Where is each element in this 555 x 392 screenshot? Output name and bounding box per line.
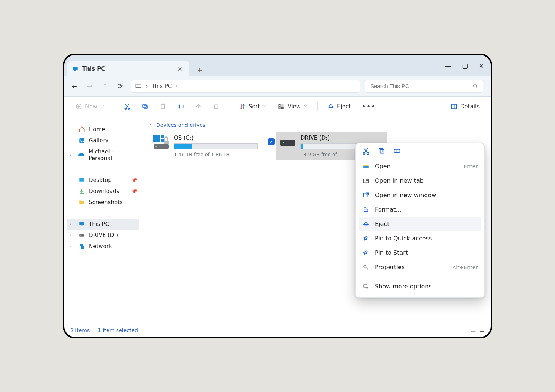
- home-icon: [78, 126, 85, 133]
- delete-button[interactable]: [210, 101, 222, 112]
- desktop-icon: [78, 177, 85, 183]
- svg-rect-24: [79, 234, 84, 237]
- eject-button[interactable]: Eject: [324, 101, 354, 112]
- storage-fill: [301, 144, 303, 149]
- storage-bar: [174, 143, 258, 149]
- search-box[interactable]: [365, 80, 483, 93]
- svg-rect-15: [279, 104, 281, 106]
- sidebar-item-desktop[interactable]: Desktop 📌: [67, 175, 139, 186]
- open-tab-icon: [362, 178, 370, 184]
- svg-rect-38: [379, 148, 383, 152]
- rename-icon[interactable]: [393, 147, 401, 156]
- copy-button[interactable]: [139, 101, 151, 112]
- svg-rect-3: [138, 88, 139, 88]
- drive-subtitle: 1.46 TB free of 1.86 TB: [174, 149, 258, 157]
- details-pane-button[interactable]: Details: [448, 101, 482, 112]
- svg-rect-33: [164, 141, 169, 144]
- sidebar-item-home[interactable]: Home: [67, 124, 139, 135]
- folder-icon: [78, 199, 85, 206]
- search-input[interactable]: [370, 82, 472, 89]
- sidebar-item-drive-d[interactable]: › DRIVE (D:): [67, 230, 139, 241]
- chevron-right-icon: ›: [70, 244, 75, 249]
- paste-button[interactable]: [157, 101, 169, 112]
- svg-rect-13: [178, 105, 183, 108]
- close-window-button[interactable]: ✕: [478, 62, 484, 70]
- breadcrumb[interactable]: › This PC ›: [131, 80, 360, 93]
- cut-icon[interactable]: [362, 147, 370, 156]
- more-button[interactable]: •••: [359, 100, 379, 112]
- tab-this-pc[interactable]: This PC ×: [67, 61, 189, 76]
- storage-fill: [174, 144, 192, 149]
- svg-rect-21: [81, 182, 83, 183]
- navigation-row: ← → ↑ ⟳ › This PC ›: [64, 76, 491, 97]
- group-heading[interactable]: ﹀ Devices and drives: [147, 122, 486, 130]
- chevron-right-icon: ›: [70, 233, 75, 238]
- up-button[interactable]: ↑: [102, 82, 108, 90]
- monitor-icon: [135, 83, 142, 89]
- context-eject[interactable]: Eject: [359, 217, 481, 231]
- context-pin-quick-access[interactable]: Pin to Quick access: [359, 231, 481, 246]
- open-window-icon: [362, 192, 370, 199]
- sidebar-item-network[interactable]: › Network: [67, 241, 139, 252]
- chevron-right-icon: ›: [175, 83, 178, 89]
- sort-button[interactable]: Sort ﹀: [236, 101, 270, 112]
- list-view-button[interactable]: ☰: [471, 327, 476, 334]
- context-open-new-window[interactable]: Open in new window: [359, 188, 481, 202]
- cut-button[interactable]: [121, 101, 134, 112]
- file-explorer-window: This PC × + — ▢ ✕ ← → ↑ ⟳: [63, 54, 492, 338]
- sidebar-item-downloads[interactable]: Downloads 📌: [67, 186, 139, 197]
- tiles-view-button[interactable]: ▭: [479, 327, 485, 334]
- sidebar-item-gallery[interactable]: Gallery: [67, 135, 139, 146]
- context-properties[interactable]: Properties Alt+Enter: [359, 260, 481, 274]
- back-button[interactable]: ←: [72, 82, 77, 90]
- share-button[interactable]: [192, 101, 205, 112]
- tab-title: This PC: [82, 65, 105, 72]
- drive-name: OS (C:): [174, 135, 258, 143]
- svg-rect-20: [79, 178, 84, 182]
- minimize-button[interactable]: —: [445, 62, 451, 70]
- context-show-more[interactable]: Show more options: [359, 279, 481, 294]
- search-icon: [472, 83, 478, 89]
- rename-button[interactable]: [174, 101, 187, 112]
- chevron-right-icon: ›: [70, 222, 75, 227]
- svg-rect-18: [79, 138, 84, 143]
- maximize-button[interactable]: ▢: [462, 62, 468, 70]
- context-open-new-tab[interactable]: Open in new tab: [359, 173, 481, 188]
- svg-rect-28: [153, 135, 160, 142]
- context-open[interactable]: Open Enter: [359, 159, 481, 173]
- svg-rect-16: [279, 107, 281, 109]
- view-button[interactable]: View ﹀: [275, 101, 311, 112]
- gallery-icon: [78, 137, 85, 144]
- breadcrumb-root: This PC: [151, 83, 172, 89]
- copy-icon[interactable]: [378, 147, 385, 156]
- sidebar-item-this-pc[interactable]: › This PC: [67, 219, 139, 230]
- svg-rect-2: [136, 84, 141, 87]
- svg-rect-44: [364, 209, 368, 211]
- drive-item-c[interactable]: OS (C:) 1.46 TB free of 1.86 TB: [149, 132, 260, 160]
- format-icon: [362, 206, 370, 213]
- svg-rect-39: [380, 150, 384, 153]
- new-tab-button[interactable]: +: [194, 64, 206, 76]
- sidebar-item-screenshots[interactable]: Screenshots: [67, 197, 139, 208]
- cloud-icon: [78, 152, 85, 158]
- context-pin-start[interactable]: Pin to Start: [359, 246, 481, 260]
- context-format[interactable]: Format...: [359, 202, 481, 217]
- selection-checkbox[interactable]: ✓: [268, 138, 275, 145]
- properties-icon: [362, 264, 370, 271]
- refresh-button[interactable]: ⟳: [117, 82, 123, 90]
- monitor-icon: [78, 221, 85, 227]
- drive-icon: [78, 232, 85, 239]
- forward-button[interactable]: →: [87, 82, 92, 90]
- main-pane: ﹀ Devices and drives: [142, 116, 491, 323]
- tab-close-button[interactable]: ×: [175, 65, 184, 73]
- svg-rect-29: [161, 135, 164, 138]
- folder-icon: [362, 163, 370, 170]
- svg-rect-26: [80, 244, 83, 246]
- pin-icon: [362, 250, 370, 256]
- svg-rect-27: [81, 246, 84, 249]
- new-button[interactable]: New ﹀: [73, 101, 107, 112]
- item-count: 2 items: [70, 327, 90, 333]
- svg-rect-22: [79, 222, 84, 225]
- sidebar-item-onedrive[interactable]: › Michael - Personal: [67, 146, 139, 164]
- tab-strip: This PC × + — ▢ ✕: [64, 55, 491, 76]
